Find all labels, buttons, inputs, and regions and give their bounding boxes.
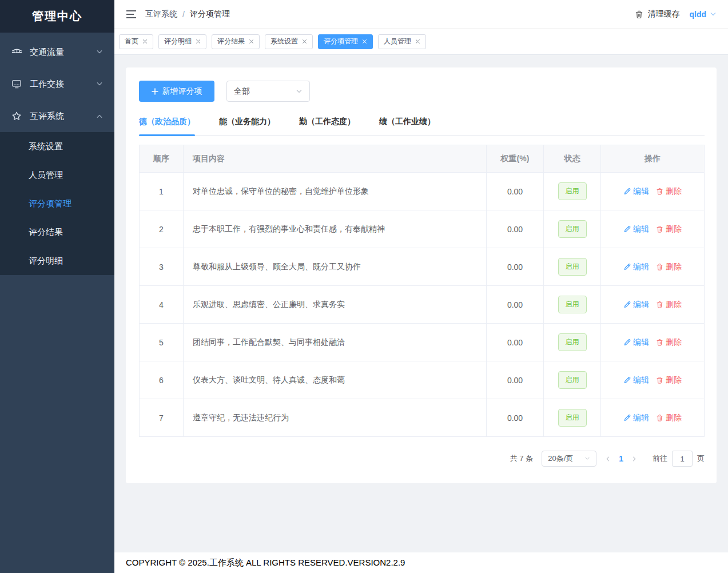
copyright-text: COPYRIGHT © 2025.工作系统 ALL RIGHTS RESERVE… [126, 558, 405, 568]
close-icon[interactable] [302, 39, 307, 44]
page-size-select[interactable]: 20条/页 [542, 451, 596, 467]
app-title: 管理中心 [0, 0, 114, 33]
delete-button[interactable]: 删除 [656, 262, 682, 272]
clear-cache-button[interactable]: 清理缓存 [635, 9, 679, 19]
status-badge[interactable]: 启用 [558, 296, 587, 313]
tag-system-settings[interactable]: 系统设置 [265, 34, 313, 49]
cell-order: 2 [140, 210, 184, 248]
table-row: 6 仪表大方、谈吐文明、待人真诚、态度和蔼 0.00 启用 编辑 删除 [140, 361, 704, 399]
pen-icon [623, 414, 631, 422]
trash-icon [656, 339, 664, 347]
close-icon[interactable] [362, 39, 367, 44]
sidebar-item-handover[interactable]: 工作交接 [0, 68, 114, 100]
pen-icon [623, 225, 631, 233]
pagination-total: 共 7 条 [510, 453, 533, 464]
user-menu[interactable]: qldd [689, 10, 717, 19]
monitor-icon [11, 79, 22, 90]
cell-weight: 0.00 [487, 173, 544, 210]
cell-content: 对单位忠诚，保守单位的秘密，自觉维护单位形象 [184, 173, 487, 210]
tab-qin[interactable]: 勤（工作态度） [299, 117, 355, 135]
status-badge[interactable]: 启用 [558, 258, 587, 276]
tag-scoring-results[interactable]: 评分结果 [212, 34, 260, 49]
page-size-value: 20条/页 [548, 453, 573, 464]
tab-de[interactable]: 德（政治品质） [139, 117, 195, 135]
cell-weight: 0.00 [487, 399, 544, 436]
category-tabs: 德（政治品质） 能（业务能力） 勤（工作态度） 绩（工作业绩） [139, 117, 705, 136]
goto-page-input[interactable] [672, 451, 693, 467]
add-scoring-item-button[interactable]: 新增评分项 [139, 81, 214, 102]
filter-select[interactable]: 全部 [226, 81, 310, 102]
delete-button[interactable]: 删除 [656, 186, 682, 197]
goto-page: 前往 页 [653, 451, 705, 467]
edit-button[interactable]: 编辑 [623, 413, 649, 423]
add-button-label: 新增评分项 [162, 86, 202, 97]
cell-content: 仪表大方、谈吐文明、待人真诚、态度和蔼 [184, 361, 487, 399]
table-header: 顺序 项目内容 权重(%) 状态 操作 [140, 145, 704, 172]
status-badge[interactable]: 启用 [558, 220, 587, 238]
trash-icon [656, 263, 664, 271]
status-badge[interactable]: 启用 [558, 333, 587, 351]
delete-button[interactable]: 删除 [656, 224, 682, 234]
prev-page-button[interactable] [604, 456, 611, 462]
delete-button[interactable]: 删除 [656, 300, 682, 310]
close-icon[interactable] [196, 39, 201, 44]
status-badge[interactable]: 启用 [558, 371, 587, 389]
sidebar-item-traffic[interactable]: 交通流量 [0, 36, 114, 68]
tag-home[interactable]: 首页 [119, 34, 153, 49]
sidebar-item-system-settings[interactable]: 系统设置 [0, 132, 114, 161]
main-area: 互评系统 / 评分项管理 清理缓存 qldd 首页 评分明细 评分结果 [114, 0, 728, 573]
footer: COPYRIGHT © 2025.工作系统 ALL RIGHTS RESERVE… [114, 552, 728, 573]
chevron-down-icon [96, 81, 103, 87]
tag-label: 评分结果 [217, 37, 245, 46]
tag-label: 人员管理 [384, 37, 411, 46]
scoring-items-table: 顺序 项目内容 权重(%) 状态 操作 1 对单位忠诚，保守单位的秘密，自觉维护… [139, 145, 705, 437]
tag-personnel[interactable]: 人员管理 [378, 34, 426, 49]
hamburger-icon[interactable] [126, 10, 137, 19]
filter-value: 全部 [234, 86, 250, 97]
chevron-down-icon [584, 456, 590, 461]
edit-button[interactable]: 编辑 [623, 300, 649, 310]
tag-label: 评分项管理 [324, 37, 358, 46]
page-number-1[interactable]: 1 [619, 454, 623, 463]
sidebar-item-label: 工作交接 [30, 79, 96, 90]
tab-ji[interactable]: 绩（工作业绩） [379, 117, 435, 135]
top-navbar: 互评系统 / 评分项管理 清理缓存 qldd [114, 0, 728, 29]
cell-weight: 0.00 [487, 361, 544, 399]
next-page-button[interactable] [631, 456, 638, 462]
sidebar-item-peer-review[interactable]: 互评系统 [0, 100, 114, 132]
close-icon[interactable] [415, 39, 420, 44]
bridge-icon [11, 47, 22, 58]
edit-button[interactable]: 编辑 [623, 262, 649, 272]
close-icon[interactable] [249, 39, 254, 44]
tag-scoring-items[interactable]: 评分项管理 [318, 34, 373, 49]
edit-button[interactable]: 编辑 [623, 224, 649, 234]
sidebar-item-scoring-items[interactable]: 评分项管理 [0, 189, 114, 218]
goto-label: 前往 [653, 453, 667, 464]
status-badge[interactable]: 启用 [558, 182, 587, 200]
edit-button[interactable]: 编辑 [623, 186, 649, 197]
delete-button[interactable]: 删除 [656, 413, 682, 423]
breadcrumb-separator: / [182, 10, 185, 19]
edit-button[interactable]: 编辑 [623, 375, 649, 385]
delete-button[interactable]: 删除 [656, 375, 682, 385]
pagination: 共 7 条 20条/页 1 前往 页 [139, 451, 705, 467]
chevron-down-icon [710, 11, 717, 18]
sidebar: 管理中心 交通流量 工作交接 互评系统 系统设置 人员管理 评分项管理 评分结果… [0, 0, 114, 573]
status-badge[interactable]: 启用 [558, 409, 587, 427]
breadcrumb-parent[interactable]: 互评系统 [145, 9, 177, 19]
trash-icon [656, 301, 664, 309]
tag-scoring-details[interactable]: 评分明细 [158, 34, 206, 49]
edit-button[interactable]: 编辑 [623, 337, 649, 348]
breadcrumb-current: 评分项管理 [190, 9, 230, 19]
sidebar-item-scoring-results[interactable]: 评分结果 [0, 218, 114, 246]
col-actions: 操作 [601, 145, 704, 172]
trash-icon [656, 225, 664, 233]
trash-icon [656, 376, 664, 384]
chevron-down-icon [96, 49, 103, 55]
trash-icon [635, 10, 643, 19]
sidebar-item-scoring-details[interactable]: 评分明细 [0, 246, 114, 275]
tab-neng[interactable]: 能（业务能力） [219, 117, 275, 135]
sidebar-item-personnel[interactable]: 人员管理 [0, 161, 114, 189]
close-icon[interactable] [142, 39, 148, 44]
delete-button[interactable]: 删除 [656, 337, 682, 348]
